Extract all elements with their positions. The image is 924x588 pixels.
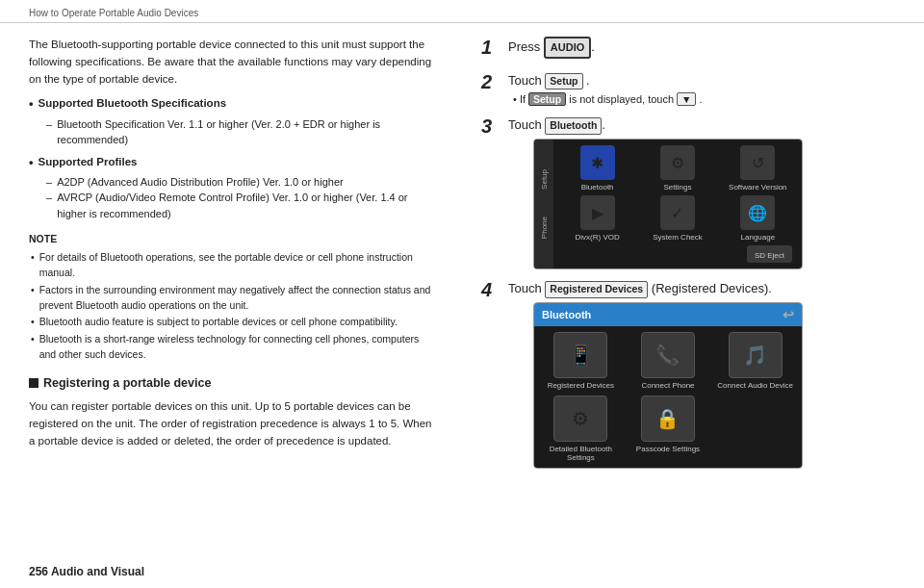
bt-spec-sub1: – Bluetooth Specification Ver. 1.1 or hi…: [29, 116, 433, 148]
language-icon: 🌐: [740, 195, 775, 230]
step-3-content: Touch Bluetooth. Setup Phone ✱: [508, 115, 895, 269]
step-3-num: 3: [481, 115, 500, 137]
step-2-num: 2: [481, 71, 500, 92]
screen-item-settings: ⚙ Settings: [639, 145, 715, 192]
note-item-3: • Bluetooth audio feature is subject to …: [29, 315, 433, 330]
bt-item-connect-audio: 🎵 Connect Audio Device: [714, 332, 796, 390]
screen-item-language: 🌐 Language: [720, 195, 796, 242]
screen-item-software: ↺ Software Version: [720, 145, 796, 192]
audio-button-label: AUDIO: [544, 37, 591, 59]
register-text: You can register portable devices on thi…: [29, 398, 433, 449]
step-2-sub: • If Setup is not displayed, touch ▼ .: [513, 92, 895, 106]
step-4-content: Touch Registered Devices (Registered Dev…: [508, 279, 895, 469]
profile-sub2: – AVRCP (Audio/Video Remote Control Prof…: [29, 190, 433, 221]
bt-connect-phone-icon: 📞: [641, 332, 695, 378]
step-3-text: Touch Bluetooth.: [508, 115, 895, 135]
note-section: NOTE • For details of Bluetooth operatio…: [29, 231, 433, 363]
step-4-num: 4: [481, 279, 500, 300]
bluetooth-icon: ✱: [580, 145, 615, 180]
registered-devices-label: Registered Devices: [545, 281, 648, 298]
note-item-2: • Factors in the surrounding environment…: [29, 283, 433, 314]
bluetooth-button-label: Bluetooth: [545, 117, 602, 135]
note-item-4: • Bluetooth is a short-range wireless te…: [29, 332, 433, 363]
divx-icon: ▶: [580, 195, 615, 230]
step-3: 3 Touch Bluetooth. Setup Phone: [481, 115, 895, 269]
sd-eject-label: SD Eject: [747, 245, 792, 263]
step-1: 1 Press AUDIO.: [481, 37, 895, 62]
screen-item-syscheck: ✓ System Check: [639, 195, 715, 242]
bt-connect-audio-icon: 🎵: [729, 332, 783, 378]
profiles-heading: Supported Profiles: [38, 154, 138, 171]
sidebar-phone-label: Phone: [540, 213, 549, 243]
step-4: 4 Touch Registered Devices (Registered D…: [481, 279, 895, 469]
bluetooth-specs-heading: Supported Bluetooth Specifications: [38, 95, 227, 113]
right-column: 1 Press AUDIO. 2 Touch Setup . • If Setu…: [462, 23, 924, 561]
step-1-content: Press AUDIO.: [508, 37, 895, 62]
bt-registered-icon: 📱: [553, 332, 607, 378]
sidebar-setup-label: Setup: [540, 166, 549, 193]
sd-eject-row: SD Eject: [559, 245, 796, 263]
step-2-text: Touch Setup .: [508, 71, 895, 90]
software-icon: ↺: [740, 145, 775, 180]
step-2-content: Touch Setup . • If Setup is not displaye…: [508, 71, 895, 107]
down-arrow-label: ▼: [677, 92, 696, 106]
step-1-num: 1: [481, 37, 500, 58]
step-1-text: Press AUDIO.: [508, 37, 895, 59]
profile-sub1: – A2DP (Advanced Audio Distribution Prof…: [29, 174, 433, 191]
bt-item-passcode: 🔒 Passcode Settings: [628, 396, 709, 462]
bt-screen-mockup: Bluetooth ↩ 📱 Registered Devices 📞 Conne…: [533, 302, 803, 469]
left-column: The Bluetooth-supporting portable device…: [0, 23, 462, 561]
bt-screen-body: 📱 Registered Devices 📞 Connect Phone 🎵 C…: [534, 326, 802, 468]
register-heading: Registering a portable device: [29, 374, 433, 393]
bt-item-registered: 📱 Registered Devices: [540, 332, 622, 390]
note-title: NOTE: [29, 231, 433, 246]
screen-mockup-1: Setup Phone ✱ Bluetooth ⚙ Settings: [533, 139, 803, 269]
step-2: 2 Touch Setup . • If Setup is not displa…: [481, 71, 895, 107]
header-title: How to Operate Portable Audio Devices: [29, 8, 198, 18]
bt-passcode-icon: 🔒: [641, 396, 695, 442]
section-bluetooth-specs: • Supported Bluetooth Specifications – B…: [29, 95, 433, 147]
section-profiles: • Supported Profiles – A2DP (Advanced Au…: [29, 154, 433, 222]
step-4-text: Touch Registered Devices (Registered Dev…: [508, 279, 895, 298]
bullet-dot-2: •: [29, 153, 34, 172]
register-section: Registering a portable device You can re…: [29, 374, 433, 450]
back-arrow-icon: ↩: [783, 307, 794, 322]
screen-sidebar: Setup Phone: [534, 140, 553, 268]
page-footer: 256 Audio and Visual: [29, 565, 144, 578]
note-item-1: • For details of Bluetooth operations, s…: [29, 250, 433, 281]
page-header: How to Operate Portable Audio Devices: [0, 0, 924, 23]
square-icon: [29, 378, 38, 388]
bullet-dot-1: •: [29, 94, 34, 114]
screen-item-bluetooth: ✱ Bluetooth: [559, 145, 635, 192]
bt-item-connect-phone: 📞 Connect Phone: [628, 332, 709, 390]
screen-item-divx: ▶ Divx(R) VOD: [559, 195, 635, 242]
intro-text: The Bluetooth-supporting portable device…: [29, 37, 433, 88]
bt-item-detailed: ⚙ Detailed Bluetooth Settings: [540, 396, 622, 462]
syscheck-icon: ✓: [660, 195, 695, 230]
screen-grid: ✱ Bluetooth ⚙ Settings ↺ Software Versio…: [553, 140, 802, 268]
setup-button-label: Setup: [545, 73, 582, 90]
settings-icon: ⚙: [660, 145, 695, 180]
setup-dark-label: Setup: [528, 92, 566, 106]
bt-detailed-icon: ⚙: [553, 396, 607, 442]
bt-screen-header: Bluetooth ↩: [534, 303, 802, 326]
screen-sidebar-layout: Setup Phone ✱ Bluetooth ⚙ Settings: [534, 140, 802, 268]
